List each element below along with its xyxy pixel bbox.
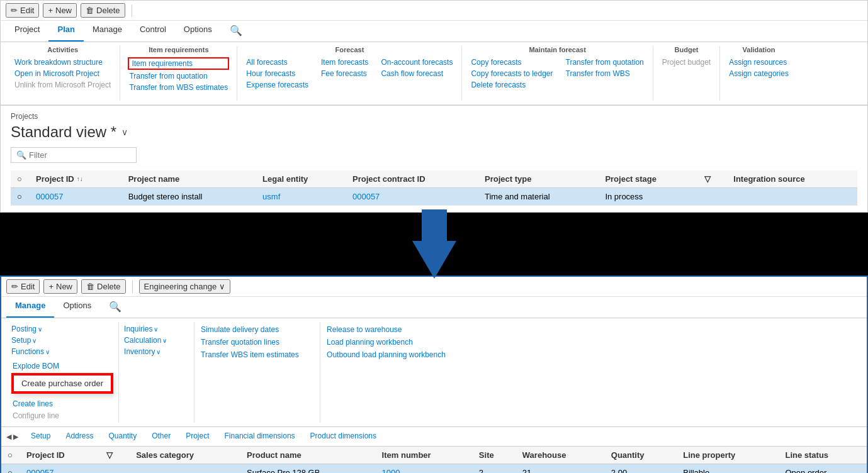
detail-tab-setup[interactable]: Setup bbox=[23, 428, 58, 445]
detail-tab-project[interactable]: Project bbox=[178, 428, 217, 445]
create-lines-link[interactable]: Create lines bbox=[11, 399, 54, 409]
bottom-ribbon-top-bar: ✏ Edit + New 🗑 Delete Engineering change… bbox=[1, 277, 867, 297]
project-id-link[interactable]: 000057 bbox=[36, 192, 63, 201]
bottom-delete-button[interactable]: 🗑 Delete bbox=[81, 279, 126, 294]
bottom-radio-all-icon[interactable]: ○ bbox=[8, 450, 13, 460]
bottom-col-quantity: Quantity bbox=[605, 447, 677, 464]
inventory-dropdown[interactable]: Inventory ∨ bbox=[124, 347, 189, 356]
item-forecasts-link[interactable]: Item forecasts bbox=[320, 57, 369, 67]
bottom-project-id-link[interactable]: 000057 bbox=[26, 468, 54, 473]
bottom-radio-selected-icon[interactable]: ○ bbox=[8, 468, 13, 473]
setup-dropdown[interactable]: Setup ∨ bbox=[11, 336, 113, 345]
bottom-row-radio[interactable]: ○ bbox=[1, 464, 20, 474]
transfer-from-quotation-link[interactable]: Transfer from quotation bbox=[128, 71, 229, 81]
bottom-search-tab[interactable]: 🔍 bbox=[100, 297, 130, 318]
row-project-id[interactable]: 000057 bbox=[30, 188, 122, 206]
bottom-row-project-id[interactable]: 000057 bbox=[20, 464, 100, 474]
filter-input-container[interactable]: 🔍 bbox=[11, 147, 137, 163]
transfer-from-wbs-link[interactable]: Transfer from WBS estimates bbox=[128, 82, 229, 92]
bottom-project-id-label: Project ID bbox=[26, 450, 65, 460]
radio-all-icon[interactable]: ○ bbox=[17, 174, 22, 184]
new-button[interactable]: + New bbox=[43, 3, 77, 18]
detail-tab-financial-dimensions[interactable]: Financial dimensions bbox=[217, 428, 303, 445]
create-lines-item: Create lines bbox=[11, 399, 113, 408]
bottom-table-row[interactable]: ○ 000057 Surface Pro 128 GB 1000 2 21 2.… bbox=[1, 464, 867, 474]
tab-manage[interactable]: Manage bbox=[84, 21, 131, 42]
release-to-warehouse-link[interactable]: Release to warehouse bbox=[325, 325, 447, 335]
item-requirements-link[interactable]: Item requirements bbox=[128, 57, 229, 70]
copy-forecasts-link[interactable]: Copy forecasts bbox=[470, 57, 554, 67]
all-forecasts-link[interactable]: All forecasts bbox=[245, 57, 310, 67]
explode-bom-link[interactable]: Explode BOM bbox=[11, 361, 60, 371]
setup-arrow-icon: ∨ bbox=[32, 337, 37, 344]
functions-dropdown[interactable]: Functions ∨ bbox=[11, 347, 113, 356]
calculation-dropdown[interactable]: Calculation ∨ bbox=[124, 336, 189, 345]
filter-icon[interactable]: ▽ bbox=[704, 174, 711, 184]
search-tab[interactable]: 🔍 bbox=[221, 21, 251, 42]
detail-tab-product-dimensions[interactable]: Product dimensions bbox=[303, 428, 384, 445]
filter-input[interactable] bbox=[29, 150, 130, 160]
delete-button[interactable]: 🗑 Delete bbox=[81, 3, 125, 18]
fee-forecasts-link[interactable]: Fee forecasts bbox=[320, 69, 369, 79]
inquiries-arrow-icon: ∨ bbox=[154, 326, 158, 333]
bottom-tab-options[interactable]: Options bbox=[54, 297, 100, 318]
transfer-from-quotation2-link[interactable]: Transfer from quotation bbox=[565, 57, 645, 67]
item-number-link[interactable]: 1000 bbox=[382, 468, 400, 473]
bottom-filter-icon[interactable]: ▽ bbox=[106, 450, 113, 460]
detail-tab-other[interactable]: Other bbox=[144, 428, 178, 445]
row-project-contract-id[interactable]: 000057 bbox=[346, 188, 478, 206]
bottom-row-line-property: Billable bbox=[677, 464, 779, 474]
load-planning-workbench-link[interactable]: Load planning workbench bbox=[325, 337, 447, 347]
bottom-tab-manage[interactable]: Manage bbox=[6, 297, 54, 318]
posting-dropdown[interactable]: Posting ∨ bbox=[11, 325, 113, 333]
create-purchase-order-item[interactable]: Create purchase order bbox=[13, 374, 112, 392]
middle-dropdown-group: Inquiries ∨ Calculation ∨ Inventory ∨ bbox=[119, 322, 194, 423]
transfer-from-wbs2-link[interactable]: Transfer from WBS bbox=[565, 69, 645, 79]
bottom-edit-button[interactable]: ✏ Edit bbox=[6, 279, 40, 294]
contract-id-link[interactable]: 000057 bbox=[352, 192, 380, 201]
legal-entity-link[interactable]: usmf bbox=[262, 192, 280, 201]
tab-plan[interactable]: Plan bbox=[48, 21, 83, 42]
assign-categories-link[interactable]: Assign categories bbox=[728, 69, 790, 79]
bottom-row-item-number[interactable]: 1000 bbox=[376, 464, 473, 474]
inquiries-dropdown[interactable]: Inquiries ∨ bbox=[124, 325, 189, 333]
col-filter-icon[interactable]: ▽ bbox=[698, 170, 727, 188]
table-header-row: ○ Project ID ↑↓ Project name Legal entit… bbox=[11, 170, 857, 188]
tab-options[interactable]: Options bbox=[175, 21, 221, 42]
simulate-delivery-dates-link[interactable]: Simulate delivery dates bbox=[200, 325, 315, 335]
row-filter-empty bbox=[698, 188, 727, 206]
bottom-new-button[interactable]: + New bbox=[43, 279, 77, 294]
bottom-row-quantity: 2.00 bbox=[605, 464, 677, 474]
engineering-change-button[interactable]: Engineering change ∨ bbox=[139, 279, 231, 294]
tab-control[interactable]: Control bbox=[131, 21, 175, 42]
configure-line-item: Configure line bbox=[11, 411, 113, 420]
on-account-forecasts-link[interactable]: On-account forecasts bbox=[380, 57, 454, 67]
copy-forecasts-to-ledger-link[interactable]: Copy forecasts to ledger bbox=[470, 69, 554, 79]
cash-flow-forecast-link[interactable]: Cash flow forecast bbox=[380, 69, 454, 79]
col-project-name: Project name bbox=[122, 170, 256, 188]
open-ms-project-link[interactable]: Open in Microsoft Project bbox=[13, 69, 112, 79]
hour-forecasts-link[interactable]: Hour forecasts bbox=[245, 69, 310, 79]
separator bbox=[132, 4, 132, 17]
transfer-quotation-lines-link[interactable]: Transfer quotation lines bbox=[200, 337, 315, 347]
detail-tab-quantity[interactable]: Quantity bbox=[101, 428, 144, 445]
assign-resources-link[interactable]: Assign resources bbox=[728, 57, 790, 67]
row-legal-entity[interactable]: usmf bbox=[256, 188, 346, 206]
sort-filter-icon[interactable]: ↑↓ bbox=[77, 175, 83, 182]
bottom-col-project-id[interactable]: Project ID bbox=[20, 447, 100, 464]
bottom-col-filter[interactable]: ▽ bbox=[100, 447, 130, 464]
outbound-load-planning-link[interactable]: Outbound load planning workbench bbox=[325, 350, 447, 360]
tab-project[interactable]: Project bbox=[6, 21, 48, 42]
top-section: ✏ Edit + New 🗑 Delete Project Plan Manag… bbox=[0, 0, 868, 213]
row-radio[interactable]: ○ bbox=[11, 188, 30, 206]
edit-button[interactable]: ✏ Edit bbox=[6, 3, 39, 18]
transfer-wbs-item-estimates-link[interactable]: Transfer WBS item estimates bbox=[200, 350, 315, 360]
expense-forecasts-link[interactable]: Expense forecasts bbox=[245, 80, 310, 90]
detail-tab-address[interactable]: Address bbox=[58, 428, 101, 445]
chevron-down-icon[interactable]: ∨ bbox=[121, 127, 128, 137]
table-row[interactable]: ○ 000057 Budget stereo install usmf 0000… bbox=[11, 188, 857, 206]
delete-forecasts-link[interactable]: Delete forecasts bbox=[470, 80, 554, 90]
col-project-id[interactable]: Project ID ↑↓ bbox=[30, 170, 122, 188]
wbs-link[interactable]: Work breakdown structure bbox=[13, 57, 112, 67]
radio-selected-icon[interactable]: ○ bbox=[17, 192, 22, 201]
